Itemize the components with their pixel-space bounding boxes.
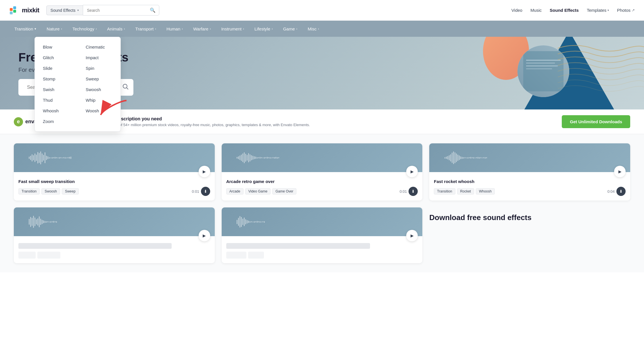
animals-arrow-icon: › — [124, 27, 125, 30]
cat-game[interactable]: Game › — [278, 21, 303, 37]
cat-human[interactable]: Human › — [161, 21, 188, 37]
download-section: Download free sound effects — [429, 207, 630, 263]
svg-point-6 — [123, 84, 127, 88]
nav-photos[interactable]: Photos ↗ — [617, 8, 635, 13]
sound-card-2-info: Arcade retro game over Arcade Video Game… — [222, 172, 423, 201]
envato-heading: The only creative subscription you need — [74, 116, 557, 122]
search-type-label: Sound Effects — [51, 8, 76, 13]
cat-technology[interactable]: Technology › — [67, 21, 102, 37]
search-button[interactable]: 🔍 — [146, 5, 159, 15]
dropdown-item-swoosh[interactable]: Swoosh — [78, 84, 120, 95]
dropdown-col-2: Cinematic Impact Spin Sweep Swoosh Whip … — [78, 42, 120, 127]
sound-card-1-info: Fast small sweep transition Transition S… — [14, 172, 215, 201]
tag-game-over[interactable]: Game Over — [272, 188, 296, 195]
warfare-arrow-icon: › — [210, 27, 211, 30]
cat-transport[interactable]: Transport › — [130, 21, 161, 37]
svg-line-7 — [126, 88, 128, 89]
sound-meta-5 — [226, 252, 418, 259]
hero-search-button[interactable] — [122, 84, 129, 91]
sound-card-4-waveform: ▶ — [14, 207, 215, 236]
sound-meta-2: Arcade Video Game Game Over 0:01 ⬇ — [226, 187, 418, 196]
sound-title-4 — [18, 243, 172, 249]
cat-instrument[interactable]: Instrument › — [216, 21, 249, 37]
dropdown-item-glitch[interactable]: Glitch — [35, 52, 78, 63]
tag-transition-1[interactable]: Transition — [18, 188, 40, 195]
sound-card-4: ▶ — [14, 207, 215, 263]
dropdown-item-stomp[interactable]: Stomp — [35, 74, 78, 84]
tag-whoosh-3[interactable]: Whoosh — [476, 188, 495, 195]
search-input[interactable] — [83, 6, 146, 15]
play-button-4[interactable]: ▶ — [199, 230, 210, 241]
sound-meta-3: Transition Rocket Whoosh 0:04 ⬇ — [434, 187, 626, 196]
dropdown-item-thud[interactable]: Thud — [35, 95, 78, 105]
sound-meta-4 — [18, 252, 210, 259]
dropdown-item-cinematic[interactable]: Cinematic — [78, 42, 120, 52]
tag-transition-3[interactable]: Transition — [434, 188, 455, 195]
category-nav: Transition ▾ Nature › Technology › Anima… — [0, 21, 644, 37]
envato-content: The only creative subscription you need … — [74, 116, 557, 127]
logo-icon — [9, 5, 20, 16]
tag-arcade[interactable]: Arcade — [226, 188, 244, 195]
cat-misc[interactable]: Misc › — [302, 21, 324, 37]
dropdown-item-zoom[interactable]: Zoom — [35, 116, 78, 127]
dropdown-item-whip[interactable]: Whip — [78, 95, 120, 105]
photos-external-icon: ↗ — [632, 8, 635, 12]
download-button-2[interactable]: ⬇ — [409, 187, 418, 196]
tag-rocket[interactable]: Rocket — [457, 188, 474, 195]
search-input-wrap: 🔍 — [83, 5, 159, 16]
sound-card-3: ▶ Fast rocket whoosh Transition Rocket W… — [429, 143, 630, 201]
misc-arrow-icon: › — [318, 27, 319, 30]
nav-video[interactable]: Video — [511, 8, 522, 13]
human-arrow-icon: › — [182, 27, 183, 30]
download-button-1[interactable]: ⬇ — [201, 187, 210, 196]
dropdown-item-woosh[interactable]: Woosh — [78, 105, 120, 116]
tag-sweep-1[interactable]: Sweep — [62, 188, 79, 195]
tag-video-game[interactable]: Video Game — [245, 188, 271, 195]
envato-description: Enjoy unlimited downloads of 54+ million… — [74, 123, 557, 127]
sound-card-3-info: Fast rocket whoosh Transition Rocket Who… — [429, 172, 630, 201]
nav-music[interactable]: Music — [530, 8, 542, 13]
dropdown-item-blow[interactable]: Blow — [35, 42, 78, 52]
dropdown-item-swish[interactable]: Swish — [35, 84, 78, 95]
sound-card-3-waveform: ▶ — [429, 143, 630, 172]
duration-2: 0:01 — [400, 189, 407, 194]
cat-animals[interactable]: Animals › — [102, 21, 130, 37]
svg-rect-1 — [10, 8, 13, 11]
sound-card-4-info — [14, 236, 215, 263]
sound-cards-grid-row1: // Generate waveform bars inline ▶ Fast … — [14, 143, 630, 201]
header-nav: Video Music Sound Effects Templates ▾ Ph… — [511, 8, 635, 13]
templates-chevron-icon: ▾ — [607, 9, 609, 12]
dropdown-item-whoosh[interactable]: Whoosh — [35, 105, 78, 116]
play-button-3[interactable]: ▶ — [614, 166, 626, 177]
logo-text: mixkit — [22, 7, 39, 14]
tag-swoosh-1[interactable]: Swoosh — [41, 188, 60, 195]
dropdown-item-spin[interactable]: Spin — [78, 63, 120, 74]
dropdown-item-impact[interactable]: Impact — [78, 52, 120, 63]
download-title: Download free sound effects — [429, 213, 630, 222]
sound-cards-section: // Generate waveform bars inline ▶ Fast … — [0, 134, 644, 272]
logo[interactable]: mixkit — [9, 5, 39, 16]
nature-arrow-icon: › — [61, 27, 62, 30]
play-button-1[interactable]: ▶ — [199, 166, 210, 177]
nav-sound-effects[interactable]: Sound Effects — [550, 8, 579, 13]
sound-title-2: Arcade retro game over — [226, 179, 418, 184]
dropdown-item-sweep[interactable]: Sweep — [78, 74, 120, 84]
sound-card-1-waveform: // Generate waveform bars inline ▶ — [14, 143, 215, 172]
instrument-arrow-icon: › — [243, 27, 244, 30]
get-unlimited-button[interactable]: Get Unlimited Downloads — [562, 115, 630, 128]
game-arrow-icon: › — [296, 27, 298, 30]
dropdown-item-slide[interactable]: Slide — [35, 63, 78, 74]
waveform-visual-1: // Generate waveform bars inline — [29, 151, 200, 165]
cat-nature[interactable]: Nature › — [41, 21, 67, 37]
sound-cards-grid-row2: ▶ ▶ — [14, 207, 630, 263]
download-button-3[interactable]: ⬇ — [616, 187, 626, 196]
transport-arrow-icon: › — [155, 27, 156, 30]
cat-lifestyle[interactable]: Lifestyle › — [249, 21, 278, 37]
nav-templates[interactable]: Templates ▾ — [587, 8, 609, 13]
duration-3: 0:04 — [607, 189, 615, 194]
transition-arrow-icon: ▾ — [34, 27, 36, 31]
cat-warfare[interactable]: Warfare › — [188, 21, 216, 37]
sound-title-5 — [226, 243, 370, 249]
cat-transition[interactable]: Transition ▾ — [9, 21, 41, 37]
search-type-dropdown[interactable]: Sound Effects ▾ — [46, 5, 83, 15]
